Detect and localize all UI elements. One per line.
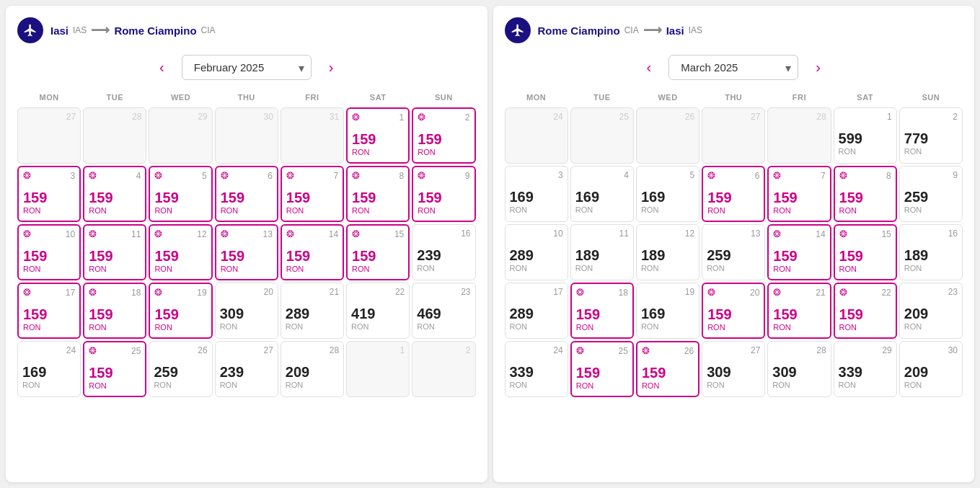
table-row[interactable]: 11189RON — [570, 224, 634, 280]
table-row[interactable]: 19169RON — [636, 283, 699, 339]
table-row[interactable]: 4169RON — [570, 166, 634, 222]
day-number: 5 — [641, 170, 694, 180]
right-header-wed: WED — [636, 90, 699, 107]
left-route-text: Iasi IAS ⟶ Rome Ciampino CIA — [50, 22, 216, 38]
price-value: 159 — [773, 306, 825, 323]
table-row[interactable]: 27309RON — [702, 341, 765, 397]
table-row[interactable]: 9259RON — [899, 166, 963, 222]
table-row[interactable]: 22❂159RON — [834, 283, 897, 339]
table-row[interactable]: 8❂159RON — [346, 166, 410, 222]
table-row[interactable]: 6❂159RON — [215, 166, 278, 222]
currency-label: RON — [417, 322, 470, 331]
currency-label: RON — [220, 381, 273, 389]
price-value: 159 — [352, 248, 404, 265]
table-row[interactable]: 26❂159RON — [636, 341, 699, 397]
table-row[interactable]: 17❂159RON — [17, 283, 81, 339]
table-row[interactable]: 15❂159RON — [346, 224, 410, 280]
table-row[interactable]: 23209RON — [899, 283, 963, 339]
left-next-month-button[interactable]: › — [323, 56, 340, 79]
table-row[interactable]: 23469RON — [412, 283, 475, 339]
table-row[interactable]: 1599RON — [834, 107, 897, 164]
table-row[interactable]: 7❂159RON — [767, 166, 831, 222]
table-row[interactable]: 21289RON — [281, 283, 344, 339]
table-row[interactable]: 13259RON — [702, 224, 765, 280]
table-row[interactable]: 8❂159RON — [834, 166, 897, 222]
left-prev-month-button[interactable]: ‹ — [154, 56, 170, 79]
table-row[interactable]: 25❂159RON — [83, 341, 146, 397]
table-row: 26 — [636, 107, 699, 164]
table-row[interactable]: 24339RON — [505, 341, 568, 397]
price-value: 259 — [154, 364, 207, 381]
table-row[interactable]: 2779RON — [899, 107, 963, 164]
table-row[interactable]: 1❂159RON — [346, 107, 410, 164]
table-row[interactable]: 13❂159RON — [215, 224, 278, 280]
price-value: 209 — [904, 306, 958, 322]
currency-label: RON — [286, 322, 339, 331]
deal-star-icon: ❂ — [839, 288, 849, 298]
table-row[interactable]: 21❂159RON — [767, 283, 831, 339]
table-row[interactable]: 14❂159RON — [281, 224, 344, 280]
table-row[interactable]: 18❂159RON — [83, 283, 146, 339]
left-header-tue: TUE — [83, 90, 146, 107]
table-row[interactable]: 29339RON — [834, 341, 897, 397]
table-row[interactable]: 19❂159RON — [149, 283, 212, 339]
table-row[interactable]: 25❂159RON — [570, 341, 634, 397]
currency-label: RON — [839, 323, 891, 332]
table-row[interactable]: 26259RON — [149, 341, 212, 397]
right-next-month-button[interactable]: › — [810, 56, 826, 79]
left-from-city: Iasi — [50, 25, 69, 37]
currency-label: RON — [154, 381, 207, 389]
table-row[interactable]: 10289RON — [505, 224, 568, 280]
table-row[interactable]: 22419RON — [346, 283, 410, 339]
table-row[interactable]: 15❂159RON — [834, 224, 897, 280]
table-row[interactable]: 3169RON — [505, 166, 568, 222]
table-row[interactable]: 27239RON — [215, 341, 278, 397]
currency-label: RON — [154, 265, 206, 273]
currency-label: RON — [89, 381, 141, 390]
table-row[interactable]: 16239RON — [412, 224, 475, 280]
table-row[interactable]: 12❂159RON — [149, 224, 212, 280]
table-row[interactable]: 14❂159RON — [767, 224, 831, 280]
table-row[interactable]: 7❂159RON — [281, 166, 344, 222]
table-row[interactable]: 6❂159RON — [702, 166, 765, 222]
table-row[interactable]: 3❂159RON — [17, 166, 81, 222]
table-row[interactable]: 4❂159RON — [83, 166, 146, 222]
right-prev-month-button[interactable]: ‹ — [641, 56, 658, 79]
table-row[interactable]: 18❂159RON — [570, 283, 634, 339]
price-value: 159 — [839, 190, 891, 206]
deal-star-icon: ❂ — [707, 288, 718, 298]
price-value: 159 — [773, 190, 825, 206]
table-row[interactable]: 11❂159RON — [83, 224, 146, 280]
price-value: 159 — [707, 190, 759, 206]
table-row[interactable]: 24169RON — [17, 341, 81, 397]
deal-star-icon: ❂ — [23, 171, 33, 181]
table-row[interactable]: 28309RON — [767, 341, 831, 397]
table-row[interactable]: 28209RON — [281, 341, 344, 397]
currency-label: RON — [23, 206, 75, 215]
price-value: 239 — [417, 247, 470, 264]
table-row[interactable]: 9❂159RON — [412, 166, 475, 222]
table-row[interactable]: 2❂159RON — [412, 107, 475, 164]
table-row[interactable]: 12189RON — [636, 224, 699, 280]
currency-label: RON — [22, 381, 76, 389]
right-month-select[interactable]: March 2025 — [668, 55, 798, 80]
right-header-sat: SAT — [834, 90, 897, 107]
currency-label: RON — [352, 148, 404, 156]
table-row[interactable]: 16189RON — [899, 224, 963, 280]
currency-label: RON — [641, 322, 694, 331]
currency-label: RON — [418, 148, 469, 156]
left-month-select[interactable]: February 2025 — [182, 55, 312, 80]
table-row[interactable]: 20309RON — [215, 283, 278, 339]
table-row[interactable]: 20❂159RON — [702, 283, 765, 339]
day-number: 21 — [286, 287, 339, 297]
price-value: 159 — [418, 131, 469, 148]
table-row[interactable]: 5169RON — [636, 166, 699, 222]
table-row[interactable]: 5❂159RON — [149, 166, 212, 222]
day-number: 13 — [707, 229, 760, 239]
table-row[interactable]: 10❂159RON — [17, 224, 81, 280]
price-value: 259 — [904, 189, 958, 205]
table-row[interactable]: 17289RON — [505, 283, 568, 339]
currency-label: RON — [23, 323, 75, 332]
table-row[interactable]: 30209RON — [899, 341, 963, 397]
price-value: 159 — [352, 190, 404, 206]
